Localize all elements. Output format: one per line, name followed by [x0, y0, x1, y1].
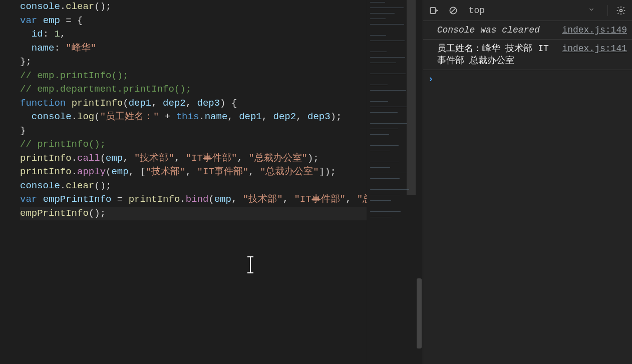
code-token: ,: [296, 111, 307, 122]
console-input[interactable]: [438, 73, 627, 85]
console-message-source-link[interactable]: index.js:149: [562, 24, 627, 36]
code-line[interactable]: console.log("员工姓名：" + this.name, dep1, d…: [20, 110, 367, 124]
code-token: ,: [237, 153, 248, 164]
execution-context-selector[interactable]: top: [466, 4, 597, 18]
console-message-text: 员工姓名：峰华 技术部 IT事件部 总裁办公室: [437, 43, 557, 67]
code-token: console: [20, 180, 60, 191]
app-root: console.clear();var emp = { id: 1, name:…: [0, 0, 632, 364]
minimap-line: [370, 178, 400, 179]
devtools-console-panel: top Console was clearedindex.js:149员工姓名：…: [423, 0, 632, 364]
vertical-scrollbar[interactable]: [416, 0, 423, 364]
console-input-row: ›: [423, 70, 632, 85]
minimap-line: [370, 107, 407, 107]
code-token: id: [32, 29, 43, 40]
code-line[interactable]: // printInfo();: [20, 138, 367, 152]
code-area[interactable]: console.clear();var emp = { id: 1, name:…: [0, 0, 367, 364]
code-token: printInfo: [72, 98, 123, 109]
minimap-line: [370, 123, 407, 124]
console-messages[interactable]: Console was clearedindex.js:149员工姓名：峰华 技…: [423, 21, 632, 364]
code-token: [66, 98, 71, 109]
minimap-line: [370, 90, 406, 91]
code-token: dep3: [307, 111, 331, 122]
code-token: .: [72, 166, 77, 177]
code-token: "IT事件部": [186, 153, 237, 164]
code-token: // emp.printInfo();: [20, 70, 129, 81]
minimap-line: [370, 134, 389, 135]
text-cursor-icon: [245, 256, 256, 273]
minimap[interactable]: [367, 0, 416, 364]
code-token: var: [20, 194, 37, 205]
code-token: ();: [89, 208, 106, 219]
minimap-line: [370, 189, 409, 190]
code-line[interactable]: printInfo.apply(emp, ["技术部", "IT事件部", "总…: [20, 165, 367, 179]
console-message-text: Console was cleared: [437, 24, 540, 36]
vertical-scrollbar-thumb[interactable]: [417, 278, 422, 348]
code-line[interactable]: }: [20, 124, 367, 138]
code-token: "技术部": [134, 153, 174, 164]
code-token: clear: [66, 1, 94, 12]
svg-rect-0: [430, 8, 435, 14]
code-token: ,: [248, 166, 260, 177]
console-message: 员工姓名：峰华 技术部 IT事件部 总裁办公室index.js:141: [423, 40, 632, 70]
minimap-line: [370, 167, 390, 168]
code-token: console: [32, 111, 72, 122]
code-line[interactable]: empPrintInfo();: [20, 207, 367, 221]
minimap-line: [370, 112, 398, 113]
minimap-line: [370, 52, 387, 52]
code-token: "总裁办公室": [248, 153, 307, 164]
code-line[interactable]: function printInfo(dep1, dep2, dep3) {: [20, 97, 367, 111]
code-token: emp: [43, 15, 60, 26]
code-token: "总: [357, 194, 367, 205]
code-token: call: [77, 153, 100, 164]
code-token: );: [307, 153, 319, 164]
code-line[interactable]: console.clear();: [20, 0, 367, 14]
gear-icon[interactable]: [615, 5, 627, 17]
minimap-line: [370, 13, 395, 14]
code-token: [72, 15, 77, 26]
editor-pane[interactable]: console.clear();var emp = { id: 1, name:…: [0, 0, 423, 364]
clear-console-icon[interactable]: [447, 5, 459, 17]
code-token: "IT事件部": [294, 194, 346, 205]
code-token: printInfo: [20, 166, 72, 177]
code-token: 1: [54, 29, 60, 40]
code-token: (: [106, 166, 111, 177]
code-token: name: [205, 111, 228, 122]
code-token: apply: [77, 166, 106, 177]
minimap-line: [370, 129, 398, 129]
code-line[interactable]: name: "峰华": [20, 42, 367, 56]
code-token: console: [20, 1, 60, 12]
code-line[interactable]: console.clear();: [20, 179, 367, 193]
code-token: empPrintInfo: [20, 208, 89, 219]
code-token: ,: [174, 153, 186, 164]
code-token: "技术部": [243, 194, 283, 205]
console-prompt-icon: ›: [428, 73, 434, 85]
code-token: emp: [106, 153, 123, 164]
code-line[interactable]: id: 1,: [20, 28, 367, 42]
code-token: empPrintInfo: [43, 194, 112, 205]
code-token: (: [208, 194, 214, 205]
console-message-source-link[interactable]: index.js:141: [562, 43, 627, 67]
code-token: ,: [151, 98, 163, 109]
code-token: .: [72, 153, 77, 164]
code-token: (: [100, 153, 106, 164]
code-token: }: [20, 125, 26, 136]
svg-marker-1: [436, 9, 438, 12]
code-token: printInfo: [129, 194, 180, 205]
minimap-line: [370, 211, 401, 212]
code-line[interactable]: printInfo.call(emp, "技术部", "IT事件部", "总裁办…: [20, 152, 367, 166]
code-line[interactable]: // emp.department.printInfo();: [20, 83, 367, 97]
code-line[interactable]: // emp.printInfo();: [20, 69, 367, 83]
code-token: ]);: [319, 166, 336, 177]
code-token: .: [72, 111, 77, 122]
code-token: var: [20, 15, 37, 26]
code-token: "技术部": [146, 166, 186, 177]
code-line[interactable]: var empPrintInfo = printInfo.bind(emp, "…: [20, 193, 367, 207]
code-line[interactable]: var emp = {: [20, 14, 367, 28]
code-line[interactable]: };: [20, 55, 367, 69]
minimap-line: [370, 217, 392, 217]
code-token: [60, 15, 66, 26]
code-token: log: [77, 111, 94, 122]
code-token: [20, 111, 32, 122]
toggle-device-toolbar-icon[interactable]: [428, 5, 440, 17]
minimap-scroll-thumb[interactable]: [407, 0, 416, 195]
